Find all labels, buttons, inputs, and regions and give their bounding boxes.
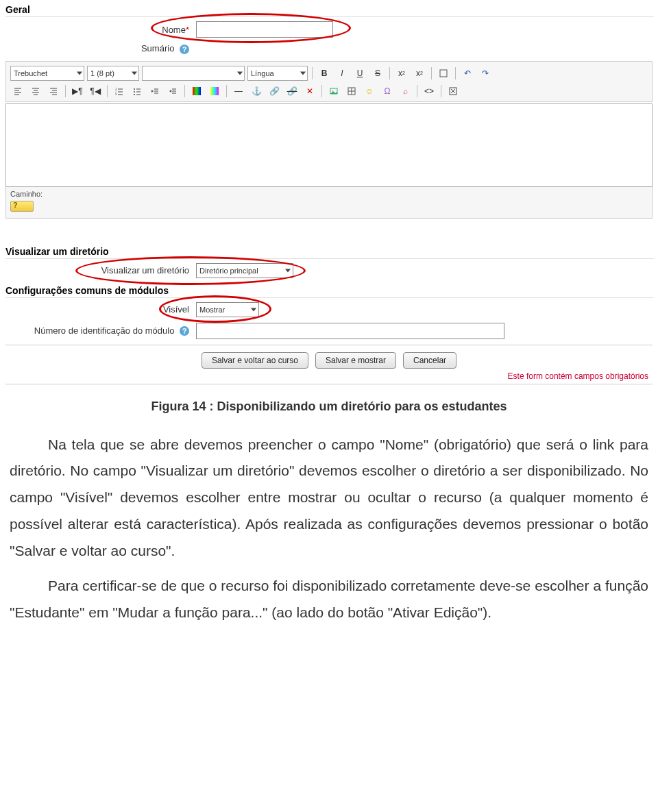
fontsize-select[interactable]: 1 (8 pt) (87, 66, 139, 81)
font-select[interactable]: Trebuchet (10, 66, 84, 81)
label-visivel: Visível (4, 304, 196, 315)
nome-input[interactable] (196, 21, 333, 38)
redo-button[interactable]: ↷ (478, 66, 493, 81)
paragraph-select[interactable] (142, 66, 245, 81)
fullscreen-button[interactable] (446, 84, 461, 99)
lang-value: Língua (251, 69, 274, 77)
superscript-button[interactable]: x2 (412, 66, 427, 81)
hr-button[interactable]: ― (231, 84, 246, 99)
svg-point-19 (134, 88, 135, 90)
required-note: Este form contém campos obrigatórios (4, 370, 654, 381)
link-button[interactable]: 🔗 (267, 84, 282, 99)
label-nome-text: Nome (162, 25, 186, 35)
align-center-button[interactable] (28, 84, 43, 99)
image-button[interactable] (326, 84, 341, 99)
fontsize-value: 1 (8 pt) (90, 69, 114, 77)
editor-path: Caminho: (10, 188, 648, 201)
rtl-button[interactable]: ¶◀ (88, 84, 103, 99)
undo-button[interactable]: ↶ (460, 66, 475, 81)
label-idnum: Número de identificação do módulo ? (4, 325, 196, 336)
clean-button[interactable] (436, 66, 451, 81)
keyboard-icon[interactable] (10, 201, 34, 212)
svg-marker-29 (169, 90, 171, 93)
help-icon[interactable]: ? (180, 326, 189, 336)
html-button[interactable]: <> (422, 84, 437, 99)
divider (5, 345, 653, 345)
label-nome: Nome* (4, 25, 196, 35)
ol-button[interactable]: 123 (112, 84, 127, 99)
textcolor-button[interactable] (189, 84, 204, 99)
subscript-button[interactable]: x2 (394, 66, 409, 81)
specialchar-button[interactable]: Ω (380, 84, 395, 99)
svg-point-23 (134, 94, 135, 95)
nolink-button[interactable]: ✕ (302, 84, 317, 99)
find-button[interactable]: ⌕ (398, 84, 413, 99)
unlink-button[interactable]: 🔗 (284, 84, 300, 99)
font-value: Trebuchet (14, 69, 47, 77)
italic-button[interactable]: I (334, 66, 350, 81)
ul-button[interactable] (130, 84, 145, 99)
cancel-button[interactable]: Cancelar (403, 352, 456, 369)
label-viewdir: Visualizar um diretório (4, 265, 196, 275)
lang-select[interactable]: Língua (247, 66, 308, 81)
viewdir-select[interactable]: Diretório principal (196, 263, 293, 278)
save-return-button[interactable]: Salvar e voltar ao curso (202, 352, 308, 369)
align-right-button[interactable] (46, 84, 61, 99)
underline-button[interactable]: U (352, 66, 367, 81)
editor-textarea[interactable] (5, 103, 653, 187)
viewdir-value: Diretório principal (199, 267, 258, 275)
editor-toolbar: Trebuchet 1 (8 pt) Língua B I U S x2 x2 … (5, 61, 653, 102)
help-icon[interactable]: ? (180, 45, 189, 54)
required-mark: * (186, 25, 189, 35)
figure-caption: Figura 14 : Disponibilizando um diretóri… (4, 399, 654, 414)
editor-footer: Caminho: (5, 187, 653, 219)
visivel-value: Mostrar (199, 306, 225, 314)
doc-paragraph-1: Na tela que se abre devemos preencher o … (10, 432, 648, 565)
anchor-button[interactable]: ⚓ (249, 84, 264, 99)
ltr-button[interactable]: ▶¶ (70, 84, 85, 99)
visivel-select[interactable]: Mostrar (196, 302, 259, 317)
save-show-button[interactable]: Salvar e mostrar (315, 352, 396, 369)
svg-rect-0 (440, 70, 447, 77)
label-sumario-text: Sumário (141, 43, 174, 53)
bgcolor-button[interactable] (207, 84, 222, 99)
bold-button[interactable]: B (317, 66, 332, 81)
svg-text:3: 3 (115, 93, 117, 96)
indent-button[interactable] (165, 84, 180, 99)
svg-point-21 (134, 91, 135, 93)
divider (5, 384, 653, 384)
label-sumario: Sumário ? (4, 43, 196, 54)
idnum-input[interactable] (196, 323, 504, 339)
section-geral: Geral (5, 4, 654, 17)
table-button[interactable] (344, 84, 359, 99)
document-body: Na tela que se abre devemos preencher o … (4, 432, 654, 626)
outdent-button[interactable] (147, 84, 162, 99)
strike-button[interactable]: S (370, 66, 385, 81)
svg-marker-25 (151, 90, 154, 93)
section-common: Configurações comuns de módulos (5, 285, 654, 298)
label-idnum-text: Número de identificação do módulo (34, 325, 175, 336)
doc-paragraph-2: Para certificar-se de que o recurso foi … (10, 573, 648, 626)
align-left-button[interactable] (10, 84, 25, 99)
section-viewdir: Visualizar um diretório (5, 246, 654, 259)
svg-point-34 (332, 90, 333, 91)
smiley-button[interactable]: ☺ (362, 84, 377, 99)
